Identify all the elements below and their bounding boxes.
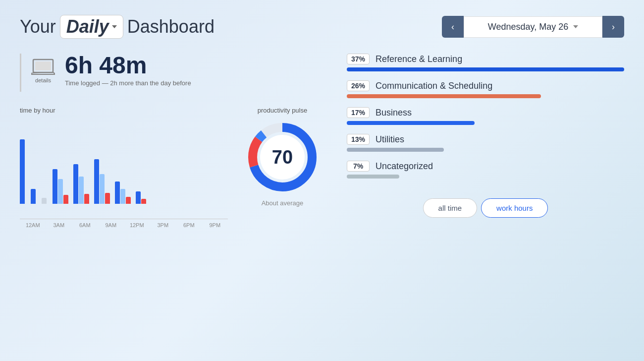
progress-bar-container-0 [347,67,624,71]
title-prefix: Your [20,16,56,37]
bar-group-12am [20,139,25,204]
time-sub-text: Time logged — 2h more than the day befor… [65,79,191,87]
progress-bar-container-4 [347,175,624,179]
progress-bar-container-1 [347,94,624,98]
footer-tabs: all time work hours [347,198,624,218]
bar-9pm-red [141,199,146,204]
svg-rect-1 [35,61,51,70]
category-header-1: 26% Communication & Scheduling [347,80,624,91]
bar-group-6pm [115,181,131,204]
tab-work-hours[interactable]: work hours [481,198,548,218]
progress-bar-0 [347,67,624,71]
bar-3am [31,189,36,204]
charts-area: time by hour [20,107,327,228]
category-name-0: Reference & Learning [376,54,462,64]
bar-group-3am [31,189,36,204]
category-name-2: Business [376,108,412,118]
details-label[interactable]: details [35,77,51,83]
bar-group-9am [53,169,68,204]
bar-chart [20,120,228,219]
pct-badge-4: 7% [347,161,370,172]
current-date: Wednesday, May 26 [488,22,568,32]
bar-12pm-blue [73,164,78,204]
pct-badge-3: 13% [347,134,370,145]
daily-badge[interactable]: Daily [60,15,123,39]
time-by-hour-label: time by hour [20,107,228,114]
category-header-4: 7% Uncategorized [347,161,624,172]
progress-bar-container-3 [347,148,624,152]
bar-3pm-blue [94,159,99,204]
category-row-3: 13% Utilities [347,134,624,152]
date-navigation: ‹ Wednesday, May 26 › [442,16,624,38]
daily-dropdown-icon[interactable] [112,25,117,28]
progress-bar-container-2 [347,121,624,125]
time-info: 6h 48m Time logged — 2h more than the da… [65,54,191,87]
bar-group-6am [42,198,47,204]
progress-bar-4 [347,175,399,179]
x-label-12am: 12AM [20,222,46,228]
category-header-0: 37% Reference & Learning [347,54,624,64]
productivity-pulse-section: productivity pulse 70 [238,107,327,207]
category-name-1: Communication & Scheduling [376,81,492,91]
bar-9am-blue [53,169,57,204]
time-logged-section: details 6h 48m Time logged — 2h more tha… [20,54,327,92]
pulse-description: About average [238,199,327,207]
x-label-6pm: 6PM [176,222,202,228]
bar-6am-gray [42,198,47,204]
category-row-4: 7% Uncategorized [347,161,624,179]
tab-all-time[interactable]: all time [423,198,478,218]
x-axis: 12AM 3AM 6AM 9AM 12PM 3PM 6PM 9PM [20,222,228,228]
next-day-button[interactable]: › [602,16,624,38]
pct-badge-2: 17% [347,107,370,118]
bar-9am-red [63,195,68,204]
bar-group-3pm [94,159,110,204]
productivity-pulse-label: productivity pulse [238,107,327,114]
total-time: 6h 48m [65,54,191,77]
bar-3pm-red [105,193,110,204]
main-content: details 6h 48m Time logged — 2h more tha… [20,54,624,228]
bar-12pm-red [84,194,89,204]
category-row-2: 17% Business [347,107,624,125]
date-dropdown-icon [573,25,578,28]
x-label-9am: 9AM [98,222,124,228]
category-name-4: Uncategorized [376,161,433,172]
header: Your Daily Dashboard ‹ Wednesday, May 26… [20,15,624,39]
prev-day-button[interactable]: ‹ [442,16,464,38]
laptop-icon-group[interactable]: details [31,58,55,83]
page-title: Your Daily Dashboard [20,15,215,39]
bar-group-12pm [73,164,89,204]
laptop-icon [31,58,55,75]
category-header-3: 13% Utilities [347,134,624,145]
donut-chart: 70 [245,120,320,194]
bar-6pm-red [126,197,131,204]
bar-9pm-blue [136,191,141,204]
title-suffix: Dashboard [127,16,215,37]
bar-6pm-lb [120,189,125,204]
x-label-12pm: 12PM [124,222,150,228]
category-row-0: 37% Reference & Learning [347,54,624,71]
x-label-9pm: 9PM [202,222,228,228]
bar-9am-lb [58,179,63,204]
bar-12pm-lb [79,177,84,204]
pulse-score: 70 [260,135,305,180]
bar-3pm-lb [100,174,105,204]
pct-badge-1: 26% [347,80,370,91]
progress-bar-3 [347,148,444,152]
category-row-1: 26% Communication & Scheduling [347,80,624,98]
x-label-6am: 6AM [72,222,98,228]
bar-group-9pm [136,191,146,204]
time-by-hour-chart: time by hour [20,107,228,228]
pct-badge-0: 37% [347,54,370,64]
bar-6pm-blue [115,181,120,204]
category-header-2: 17% Business [347,107,624,118]
progress-bar-2 [347,121,475,125]
right-panel: 37% Reference & Learning 26% Communicati… [327,54,624,228]
x-label-3pm: 3PM [150,222,176,228]
bar-12am-blue [20,139,25,204]
x-label-3am: 3AM [46,222,72,228]
progress-bar-1 [347,94,541,98]
category-name-3: Utilities [376,134,404,145]
date-display: Wednesday, May 26 [464,16,602,38]
left-panel: details 6h 48m Time logged — 2h more tha… [20,54,327,228]
